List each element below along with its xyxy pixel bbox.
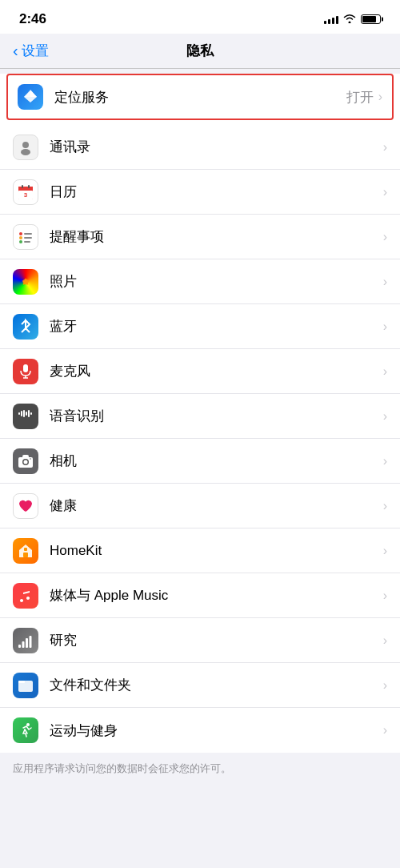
list-item-contacts[interactable]: 通讯录 › [0,125,400,170]
list-item-photos[interactable]: 照片 › [0,259,400,304]
svg-rect-20 [18,412,20,415]
calendar-icon: 3 [13,179,38,205]
list-item-bluetooth[interactable]: 蓝牙 › [0,304,400,349]
speech-label: 语音识别 [50,407,383,425]
chevron-right-icon: › [383,589,387,603]
svg-point-0 [22,142,29,148]
chevron-right-icon: › [383,140,387,155]
status-bar: 2:46 [0,0,400,34]
svg-rect-36 [30,636,32,648]
location-icon [18,84,43,110]
list-item-homekit[interactable]: HomeKit › [0,528,400,573]
camera-icon [13,448,38,474]
chevron-right-icon: › [383,364,387,379]
photos-label: 照片 [50,272,383,291]
research-label: 研究 [50,631,383,649]
chevron-right-icon: › [383,723,387,737]
back-button[interactable]: ‹ 设置 [13,42,49,60]
svg-point-16 [23,279,29,284]
svg-rect-29 [22,455,29,458]
svg-rect-21 [21,411,22,416]
bluetooth-label: 蓝牙 [50,317,383,336]
svg-rect-4 [18,187,33,191]
calendar-label: 日历 [50,183,383,201]
svg-text:3: 3 [24,191,28,199]
homekit-label: HomeKit [50,543,383,559]
bottom-text: 应用程序请求访问您的数据时会征求您的许可。 [0,753,400,785]
privacy-list: 定位服务 打开 › 通讯录 › 3 日历 › 提醒事项 › 照片 › 蓝牙 [0,74,400,753]
svg-rect-24 [28,410,30,417]
chevron-right-icon: › [383,230,387,244]
fitness-icon [13,717,38,743]
files-label: 文件和文件夹 [50,676,383,694]
chevron-right-icon: › [378,90,382,104]
location-value: 打开 [346,88,374,106]
chevron-right-icon: › [383,499,387,513]
location-label: 定位服务 [54,88,346,106]
status-icons [324,14,381,26]
microphone-label: 麦克风 [50,362,383,380]
svg-rect-14 [24,241,30,243]
chevron-right-icon: › [383,319,387,334]
reminders-label: 提醒事项 [50,227,383,246]
svg-rect-22 [23,410,25,417]
list-item-files[interactable]: 文件和文件夹 › [0,663,400,708]
wifi-icon [343,14,356,26]
bluetooth-icon [13,314,38,340]
chevron-right-icon: › [383,409,387,424]
list-item-camera[interactable]: 相机 › [0,439,400,484]
contacts-icon [13,135,38,160]
svg-point-30 [30,458,31,460]
homekit-icon [13,538,38,564]
nav-bar: ‹ 设置 隐私 [0,34,400,69]
list-item-speech[interactable]: 语音识别 › [0,394,400,439]
svg-point-28 [24,460,28,464]
svg-point-11 [19,240,22,243]
research-icon [13,628,38,653]
signal-icon [324,14,338,24]
contacts-label: 通讯录 [50,138,383,156]
list-item-location[interactable]: 定位服务 打开 › [6,74,394,120]
chevron-right-icon: › [383,633,387,648]
fitness-label: 运动与健身 [50,721,383,740]
list-item-music[interactable]: 媒体与 Apple Music › [0,573,400,618]
list-item-fitness[interactable]: 运动与健身 › [0,708,400,753]
list-item-health[interactable]: 健康 › [0,484,400,528]
svg-rect-23 [26,412,27,416]
svg-point-10 [19,236,22,239]
svg-point-1 [21,149,30,155]
back-chevron-icon: ‹ [13,42,18,58]
svg-rect-33 [18,645,21,648]
list-item-microphone[interactable]: 麦克风 › [0,349,400,394]
svg-rect-17 [23,364,28,372]
svg-rect-34 [22,641,25,648]
status-time: 2:46 [19,11,46,27]
svg-rect-12 [24,233,32,235]
health-icon [13,493,38,519]
page-title: 隐私 [186,42,214,60]
photos-icon [13,269,38,295]
battery-icon [361,14,381,24]
svg-rect-31 [23,553,28,557]
list-item-reminders[interactable]: 提醒事项 › [0,215,400,259]
microphone-icon [13,359,38,384]
chevron-right-icon: › [383,544,387,558]
music-icon [13,583,38,609]
list-item-calendar[interactable]: 3 日历 › [0,170,400,215]
music-label: 媒体与 Apple Music [50,586,383,605]
svg-point-39 [26,723,30,726]
svg-rect-35 [26,638,28,648]
svg-rect-25 [30,412,32,415]
svg-rect-13 [24,237,32,239]
speech-icon [13,404,38,429]
list-item-research[interactable]: 研究 › [0,618,400,663]
chevron-right-icon: › [383,678,387,693]
files-icon [13,673,38,698]
svg-point-9 [19,232,22,235]
reminders-icon [13,224,38,250]
chevron-right-icon: › [383,185,387,199]
chevron-right-icon: › [383,275,387,289]
chevron-right-icon: › [383,454,387,468]
svg-rect-8 [28,185,30,188]
back-label: 设置 [22,42,49,60]
